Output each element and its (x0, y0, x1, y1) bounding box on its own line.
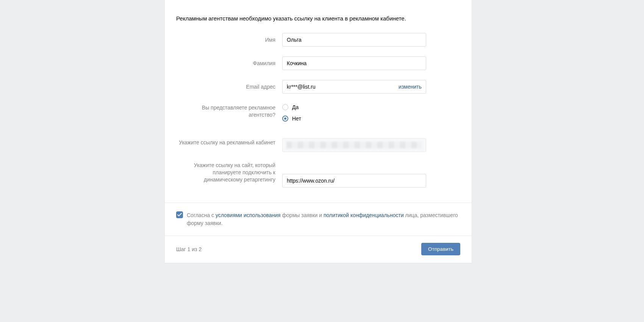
privacy-link[interactable]: политикой конфиденциальности (324, 212, 404, 218)
last-name-input[interactable] (282, 56, 426, 70)
footer: Шаг 1 из 2 Отправить (165, 236, 472, 263)
site-link-input[interactable] (282, 174, 426, 188)
check-icon (177, 213, 182, 217)
radio-icon (282, 104, 288, 110)
agency-label: Вы представляете рекламное агентство? (176, 103, 282, 119)
last-name-label: Фамилия (176, 56, 282, 67)
first-name-input[interactable] (282, 33, 426, 47)
agency-radio-no[interactable]: Нет (282, 116, 426, 122)
form-panel: Рекламным агентствам необходимо указать … (165, 0, 472, 263)
cabinet-link-input[interactable] (282, 138, 426, 152)
email-label: Email адрес (176, 80, 282, 91)
consent-text: Согласна с условиями использования формы… (187, 211, 460, 227)
email-change-link[interactable]: изменить (399, 84, 422, 90)
cabinet-link-label: Укажите ссылку на рекламный кабинет (176, 138, 282, 146)
consent-section: Согласна с условиями использования формы… (165, 203, 472, 236)
email-field: kr***@list.ru изменить (282, 80, 426, 94)
first-name-label: Имя (176, 33, 282, 44)
site-link-label: Укажите ссылку на сайт, который планируе… (176, 162, 282, 183)
agency-radio-yes[interactable]: Да (282, 104, 426, 110)
email-value: kr***@list.ru (287, 84, 316, 90)
redacted-placeholder (286, 142, 422, 148)
step-indicator: Шаг 1 из 2 (176, 246, 202, 252)
terms-link[interactable]: условиями использования (216, 212, 281, 218)
intro-text: Рекламным агентствам необходимо указать … (176, 0, 460, 33)
radio-icon (282, 116, 288, 122)
consent-checkbox[interactable] (176, 211, 183, 218)
agency-no-label: Нет (292, 116, 301, 122)
agency-yes-label: Да (292, 104, 299, 110)
submit-button[interactable]: Отправить (421, 243, 460, 255)
